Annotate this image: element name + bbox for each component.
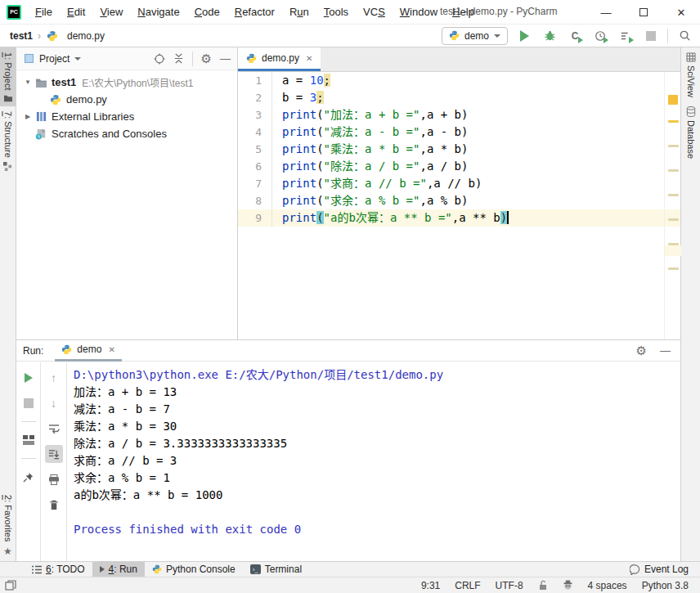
toolwindow-button-project[interactable]: 1: Project	[0, 47, 16, 106]
code-line-9[interactable]: 9print("a的b次幂：a ** b =",a ** b)	[238, 209, 680, 227]
stop-button[interactable]	[642, 27, 660, 45]
stop-button[interactable]	[20, 394, 38, 412]
prev-occurrence-button[interactable]: ↑	[45, 369, 63, 387]
warning-mark[interactable]	[668, 120, 679, 123]
line-number[interactable]: 8	[238, 192, 272, 209]
close-tab-icon[interactable]: ✕	[306, 54, 312, 63]
menu-item-run[interactable]: Run	[282, 6, 316, 18]
menu-item-refactor[interactable]: Refactor	[227, 6, 282, 18]
hector-inspections-icon[interactable]	[563, 580, 573, 591]
hide-panel-button[interactable]: —	[660, 344, 671, 357]
event-log-button[interactable]: Event Log	[622, 562, 700, 577]
run-configuration-selector[interactable]: demo	[442, 27, 508, 45]
warning-mark[interactable]	[668, 243, 679, 245]
maximize-button[interactable]	[625, 0, 662, 25]
run-with-options-button[interactable]	[617, 27, 635, 45]
toolwindow-button-python-console[interactable]: Python Console	[145, 562, 243, 577]
toolwindow-button-sciview[interactable]: SciView	[681, 47, 700, 101]
line-number[interactable]: 4	[238, 124, 272, 141]
menu-item-vcs[interactable]: VCS	[356, 6, 393, 18]
line-number[interactable]: 7	[238, 175, 272, 192]
close-tab-icon[interactable]: ✕	[108, 345, 114, 354]
warning-mark[interactable]	[668, 194, 679, 196]
pin-tab-button[interactable]	[20, 468, 38, 486]
tree-item-scratches-and-consoles[interactable]: Scratches and Consoles	[16, 125, 237, 142]
line-number[interactable]: 3	[238, 106, 272, 124]
code-line-3[interactable]: 3print("加法：a + b =",a + b)	[238, 106, 680, 124]
close-button[interactable]: ✕	[662, 0, 700, 25]
code-line-7[interactable]: 7print("求商：a // b =",a // b)	[238, 175, 680, 192]
code-line-4[interactable]: 4print("减法：a - b =",a - b)	[238, 124, 680, 141]
line-number[interactable]: 1	[238, 72, 272, 89]
lock-icon[interactable]	[538, 580, 548, 591]
minimize-button[interactable]: —	[587, 0, 625, 25]
hide-panel-button[interactable]: —	[220, 52, 231, 65]
rerun-button[interactable]	[20, 369, 38, 387]
collapse-all-button[interactable]	[173, 53, 184, 64]
python-interpreter[interactable]: Python 3.8	[642, 580, 689, 591]
collapsed-arrow-icon[interactable]: ▶	[21, 113, 34, 120]
tree-item-external-libraries[interactable]: ▶External Libraries	[16, 108, 237, 125]
clear-all-button[interactable]	[45, 496, 63, 514]
code-line-5[interactable]: 5print("乘法：a * b =",a * b)	[238, 141, 680, 158]
search-everywhere-button[interactable]	[675, 27, 693, 45]
next-occurrence-button[interactable]: ↓	[45, 394, 63, 412]
locate-file-button[interactable]	[154, 53, 165, 65]
toolwindow-button-database[interactable]: Database	[681, 101, 700, 163]
toolwindow-button-run[interactable]: 4: Run	[92, 562, 145, 577]
line-number[interactable]: 5	[238, 141, 272, 158]
gear-icon[interactable]: ⚙	[636, 344, 647, 357]
menu-item-file[interactable]: File	[28, 6, 60, 18]
line-separator[interactable]: CRLF	[455, 580, 480, 591]
line-number[interactable]: 9	[238, 209, 272, 227]
menu-item-code[interactable]: Code	[187, 6, 227, 18]
warning-mark[interactable]	[668, 267, 679, 270]
menu-item-window[interactable]: Window	[393, 6, 445, 18]
menu-item-view[interactable]: View	[92, 6, 130, 18]
code-line-8[interactable]: 8print("求余：a % b =",a % b)	[238, 192, 680, 209]
breadcrumb-file[interactable]: demo.py	[67, 30, 105, 42]
code-line-2[interactable]: 2b = 3;	[238, 89, 680, 106]
profiler-button[interactable]	[591, 27, 609, 45]
toolwindow-button-favorites[interactable]: 2: Favorites ★	[0, 490, 16, 561]
tree-item-demo-py[interactable]: demo.py	[16, 91, 237, 108]
file-encoding[interactable]: UTF-8	[496, 580, 523, 591]
toolwindow-button-todo[interactable]: 6: TODO	[25, 562, 92, 577]
code-line-6[interactable]: 6print("除法：a / b =",a / b)	[238, 158, 680, 175]
run-label: Run:	[23, 345, 43, 357]
warning-mark[interactable]	[668, 145, 679, 147]
run-tab-demo[interactable]: demo ✕	[55, 340, 121, 362]
run-with-coverage-button[interactable]: C	[566, 27, 584, 45]
project-panel-title[interactable]: Project	[39, 53, 70, 65]
line-number[interactable]: 6	[238, 158, 272, 175]
menu-item-navigate[interactable]: Navigate	[130, 6, 186, 18]
warning-mark[interactable]	[668, 218, 679, 221]
run-console-output[interactable]: D:\python3\python.exe E:/农大/Python/项目/te…	[67, 362, 680, 561]
toolwindow-button-terminal[interactable]: ›_ Terminal	[243, 562, 309, 577]
editor-tab-demo-py[interactable]: demo.py ✕	[238, 47, 321, 71]
line-number[interactable]: 2	[238, 89, 272, 106]
caret-position[interactable]: 9:31	[421, 580, 440, 591]
menu-item-tools[interactable]: Tools	[316, 6, 356, 18]
breadcrumb-project[interactable]: test1	[10, 30, 33, 42]
soft-wrap-button[interactable]	[45, 420, 63, 438]
error-stripe[interactable]	[664, 72, 680, 339]
code-line-1[interactable]: 1a = 10;	[238, 72, 680, 89]
indent-setting[interactable]: 4 spaces	[588, 580, 627, 591]
code-editor[interactable]: 1a = 10;2b = 3;3print("加法：a + b =",a + b…	[238, 72, 680, 339]
toolwindow-button-structure[interactable]: 7: Structure	[0, 106, 16, 175]
gear-icon[interactable]: ⚙	[201, 52, 212, 65]
expanded-arrow-icon[interactable]: ▼	[21, 79, 34, 86]
menu-item-edit[interactable]: Edit	[60, 6, 92, 18]
toolwindow-switcher-button[interactable]	[0, 580, 16, 591]
restore-layout-button[interactable]	[20, 431, 38, 449]
debug-button[interactable]	[541, 27, 559, 45]
warning-mark[interactable]	[668, 95, 678, 105]
tree-item-test1[interactable]: ▼test1E:\农大\Python\项目\test1	[16, 74, 237, 91]
scroll-to-end-button[interactable]	[45, 445, 63, 463]
editor-tab-bar: demo.py ✕	[238, 47, 680, 72]
print-button[interactable]	[45, 470, 63, 488]
run-button[interactable]	[515, 27, 533, 45]
chevron-down-icon[interactable]	[74, 57, 81, 61]
warning-mark[interactable]	[668, 169, 679, 172]
